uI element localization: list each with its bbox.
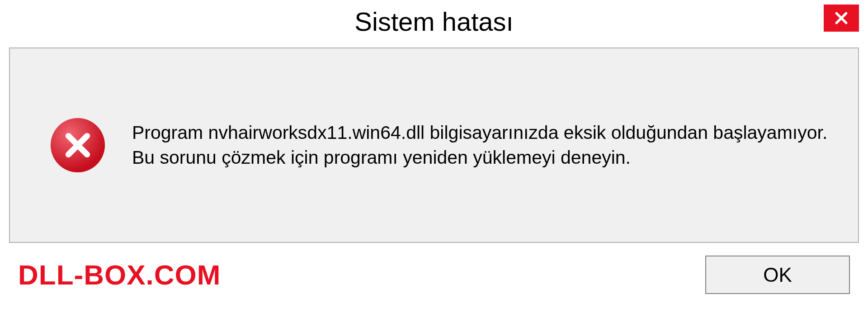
watermark-text: DLL-BOX.COM	[18, 259, 221, 291]
dialog-footer: DLL-BOX.COM OK	[0, 243, 868, 294]
close-button[interactable]	[824, 5, 859, 32]
dialog-title: Sistem hatası	[354, 6, 513, 37]
dialog-content: Program nvhairworksdx11.win64.dll bilgis…	[9, 47, 859, 243]
error-icon	[51, 118, 105, 172]
dialog-message: Program nvhairworksdx11.win64.dll bilgis…	[132, 120, 831, 171]
close-icon	[834, 11, 849, 25]
title-bar: Sistem hatası	[0, 0, 868, 43]
ok-button[interactable]: OK	[705, 256, 850, 294]
